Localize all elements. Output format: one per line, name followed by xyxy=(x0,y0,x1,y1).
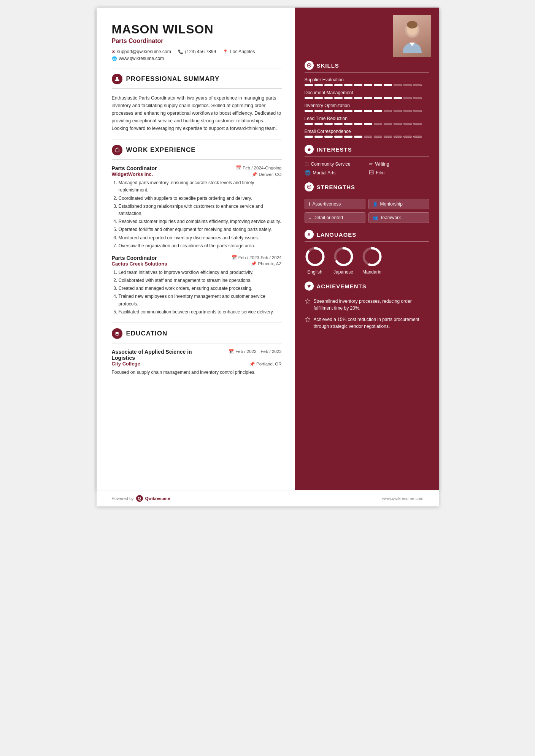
job-2-company: Cactus Creek Solutions xyxy=(112,261,167,267)
skills-title: SKILLS xyxy=(317,62,339,69)
resume-wrapper: MASON WILSON Parts Coordinator ✉ support… xyxy=(97,8,439,506)
strength-name-2: Detail-oriented xyxy=(313,215,343,220)
skill-dot xyxy=(413,136,422,138)
edu-1-dates: 📅 Feb / 2022 Feb / 2023 xyxy=(229,349,281,354)
profile-photo xyxy=(393,15,431,57)
pin-icon-2: 📌 xyxy=(251,261,256,266)
interests-header: INTERESTS xyxy=(305,145,429,154)
skill-dot xyxy=(354,123,362,125)
job-2-header: Parts Coordinator 📅 Feb / 2023-Feb / 202… xyxy=(112,255,282,261)
footer: Powered by Q Qwikresume www.qwikresume.c… xyxy=(97,490,439,506)
skill-dot xyxy=(374,110,382,112)
interest-3: 🎞 Film xyxy=(369,170,429,176)
lang-name-1: Japanese xyxy=(333,269,353,275)
footer-left: Powered by Q Qwikresume xyxy=(112,495,170,502)
job-2-location: 📌 Phoenix, AZ xyxy=(251,261,281,266)
footer-website: www.qwikresume.com xyxy=(382,496,424,501)
skill-dot xyxy=(403,110,412,112)
summary-work-divider xyxy=(112,139,282,139)
list-item: Oversaw the organization and cleanliness… xyxy=(119,242,282,250)
achievement-1: Achieved a 15% cost reduction in parts p… xyxy=(305,316,429,330)
summary-text: Enthusiastic Parts Coordinator with two … xyxy=(112,94,282,132)
interest-icon-2: 🌐 xyxy=(305,170,311,176)
lang-1: Japanese xyxy=(333,246,354,275)
skill-dot xyxy=(384,136,392,138)
work-header: WORK EXPERIENCE xyxy=(112,145,282,155)
skill-dot xyxy=(354,136,362,138)
job-1-location: 📌 Denver, CO xyxy=(252,172,281,177)
skill-dot xyxy=(394,84,402,86)
skill-dot xyxy=(403,97,412,99)
lang-circle-1 xyxy=(333,246,354,267)
job-1-subrow: WidgetWorks Inc. 📌 Denver, CO xyxy=(112,171,282,177)
skill-dot xyxy=(314,123,323,125)
list-item: Trained new employees on inventory manag… xyxy=(119,293,282,307)
languages-divider xyxy=(305,241,429,242)
skill-dot xyxy=(354,84,362,86)
strength-name-1: Mentorship xyxy=(380,201,403,207)
edu-header: EDUCATION xyxy=(112,328,282,339)
list-item: Resolved customer inquiries and complain… xyxy=(119,218,282,225)
job-1-date: 📅 Feb / 2024-Ongoing xyxy=(236,165,281,171)
skill-dot xyxy=(413,84,422,86)
right-column: SKILLS Supplier Evaluation Document Mana… xyxy=(295,8,439,490)
svg-point-0 xyxy=(116,77,118,79)
skill-item-0: Supplier Evaluation xyxy=(305,77,429,86)
languages-icon: A xyxy=(305,230,314,239)
photo-placeholder xyxy=(393,15,431,57)
interest-name-3: Film xyxy=(376,170,385,176)
skill-dot xyxy=(403,123,412,125)
candidate-name: MASON WILSON xyxy=(112,23,282,36)
phone-value: (123) 456 7899 xyxy=(185,49,216,54)
skill-dot xyxy=(364,136,372,138)
calendar-icon-2: 📅 xyxy=(232,255,237,260)
strength-name-0: Assertiveness xyxy=(313,201,341,207)
candidate-title: Parts Coordinator xyxy=(112,38,282,44)
skill-dot xyxy=(305,84,313,86)
skill-dot xyxy=(314,110,323,112)
achievements-title: ACHIEVEMENTS xyxy=(317,283,367,289)
skill-item-3: Lead Time Reduction xyxy=(305,116,429,125)
skill-dot xyxy=(324,136,333,138)
edu-divider xyxy=(112,343,282,343)
skill-dot xyxy=(394,110,402,112)
skill-dot xyxy=(403,136,412,138)
svg-rect-1 xyxy=(115,149,119,152)
resume-header: MASON WILSON Parts Coordinator ✉ support… xyxy=(112,23,282,61)
list-item: Facilitated communication between depart… xyxy=(119,308,282,316)
edu-icon xyxy=(112,328,122,339)
skill-dot xyxy=(334,110,343,112)
edu-1-desc: Focused on supply chain management and i… xyxy=(112,369,282,376)
skill-dot xyxy=(354,97,362,99)
skill-dots-0 xyxy=(305,84,429,86)
skill-dot xyxy=(384,97,392,99)
job-1-header: Parts Coordinator 📅 Feb / 2024-Ongoing xyxy=(112,165,282,171)
list-item: Monitored and reported on inventory disc… xyxy=(119,234,282,242)
skill-dot xyxy=(403,84,412,86)
list-item: Collaborated with staff and management t… xyxy=(119,277,282,284)
skill-dot xyxy=(364,123,372,125)
website-icon: 🌐 xyxy=(112,56,117,61)
skill-dot xyxy=(364,84,372,86)
interest-0: ◻ Community Service xyxy=(305,161,365,167)
job-2-bullets: Led team initiatives to improve workflow… xyxy=(112,269,282,316)
job-1-company: WidgetWorks Inc. xyxy=(112,171,153,177)
interest-icon-1: ✏ xyxy=(369,161,373,167)
interests-grid: ◻ Community Service ✏ Writing 🌐 Martial … xyxy=(305,161,429,176)
strength-icon-3: 👥 xyxy=(373,215,378,220)
skill-dot xyxy=(314,84,323,86)
skill-dot xyxy=(324,110,333,112)
work-icon xyxy=(112,145,122,155)
edu-1-degree: Associate of Applied Science in Logistic… xyxy=(112,349,205,361)
achievement-0: Streamlined inventory processes, reducin… xyxy=(305,298,429,312)
skill-item-2: Inventory Optimization xyxy=(305,103,429,112)
achievements-section: ACHIEVEMENTS Streamlined inventory proce… xyxy=(305,282,429,330)
strengths-header: STRENGTHS xyxy=(305,182,429,191)
strengths-icon xyxy=(305,182,314,191)
achievement-text-0: Streamlined inventory processes, reducin… xyxy=(314,298,429,312)
skill-dot xyxy=(374,123,382,125)
summary-title: PROFESSIONAL SUMMARY xyxy=(126,75,220,83)
skill-dot xyxy=(314,97,323,99)
edu-1-school: City College xyxy=(112,361,140,367)
strength-2: ≡ Detail-oriented xyxy=(305,212,365,223)
